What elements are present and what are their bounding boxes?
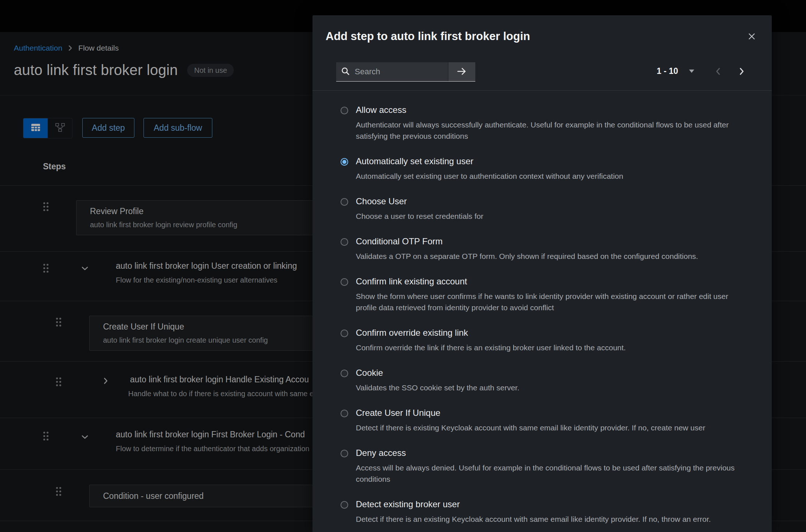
radio-button[interactable]	[341, 107, 348, 114]
option-allow-access[interactable]: Allow access Authenticator will always s…	[341, 105, 737, 142]
radio-button[interactable]	[341, 370, 348, 377]
option-label: Detect existing broker user	[356, 499, 711, 510]
option-description: Detect if there is an existing Keycloak …	[356, 513, 711, 525]
option-description: Choose a user to reset credentials for	[356, 210, 483, 222]
option-description: Authenticator will always successfully a…	[356, 119, 737, 142]
search-submit-button[interactable]	[448, 62, 475, 81]
modal-divider	[312, 90, 772, 91]
step-options-list: Allow access Authenticator will always s…	[312, 105, 772, 532]
search-group	[336, 62, 475, 82]
option-label: Deny access	[356, 448, 737, 458]
option-label: Choose User	[356, 196, 483, 207]
option-choose-user[interactable]: Choose User Choose a user to reset crede…	[341, 196, 737, 222]
option-description: Show the form where user confirms if he …	[356, 291, 737, 313]
option-deny-access[interactable]: Deny access Access will be always denied…	[341, 448, 737, 485]
option-automatically-set-existing-user[interactable]: Automatically set existing user Automati…	[341, 156, 737, 182]
option-create-user-if-unique[interactable]: Create User If Unique Detect if there is…	[341, 407, 737, 433]
pagination-next-button[interactable]	[739, 67, 744, 75]
search-icon	[341, 67, 350, 77]
option-description: Confirm override the link if there is an…	[356, 342, 626, 353]
option-confirm-link-existing-account[interactable]: Confirm link existing account Show the f…	[341, 276, 737, 313]
option-description: Validates the SSO cookie set by the auth…	[356, 382, 519, 393]
radio-button[interactable]	[341, 501, 348, 509]
arrow-right-icon	[456, 67, 467, 76]
option-description: Access will be always denied. Useful for…	[356, 462, 737, 485]
option-confirm-override-existing-link[interactable]: Confirm override existing link Confirm o…	[341, 327, 737, 353]
pagination: 1 - 10	[657, 66, 744, 76]
option-label: Confirm override existing link	[356, 327, 626, 338]
add-step-modal: Add step to auto link first broker login…	[312, 15, 772, 532]
radio-button[interactable]	[341, 278, 348, 286]
option-description: Detect if there is existing Keycloak acc…	[356, 422, 705, 433]
radio-button[interactable]	[341, 330, 348, 337]
screen: Authentication Flow details auto link fi…	[0, 0, 806, 532]
option-label: Allow access	[356, 105, 737, 115]
option-label: Create User If Unique	[356, 407, 705, 418]
radio-button[interactable]	[341, 450, 348, 457]
option-label: Cookie	[356, 367, 519, 378]
pagination-caret-icon[interactable]	[689, 70, 694, 73]
pagination-range: 1 - 10	[657, 66, 678, 76]
close-icon	[748, 33, 755, 41]
radio-button-selected[interactable]	[341, 158, 348, 166]
radio-button[interactable]	[341, 410, 348, 417]
option-label: Conditional OTP Form	[356, 236, 698, 247]
option-conditional-otp-form[interactable]: Conditional OTP Form Validates a OTP on …	[341, 236, 737, 262]
option-label: Confirm link existing account	[356, 276, 737, 287]
radio-button[interactable]	[341, 198, 348, 206]
search-field	[336, 62, 448, 81]
close-button[interactable]	[747, 32, 756, 42]
pagination-prev-button[interactable]	[715, 67, 720, 75]
option-description: Validates a OTP on a separate OTP form. …	[356, 251, 698, 262]
option-description: Automatically set existing user to authe…	[356, 170, 623, 182]
radio-button[interactable]	[341, 238, 348, 246]
option-detect-existing-broker-user[interactable]: Detect existing broker user Detect if th…	[341, 499, 737, 525]
modal-title: Add step to auto link first broker login	[326, 30, 530, 43]
option-label: Automatically set existing user	[356, 156, 623, 167]
option-cookie[interactable]: Cookie Validates the SSO cookie set by t…	[341, 367, 737, 393]
search-input[interactable]	[354, 67, 443, 77]
